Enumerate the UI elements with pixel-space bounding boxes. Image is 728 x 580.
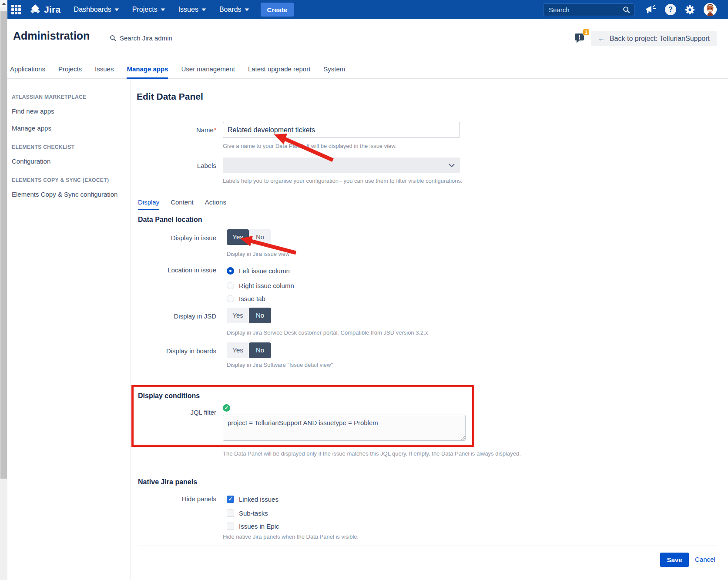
sidebar-item-configuration[interactable]: Configuration bbox=[12, 157, 120, 165]
avatar-face-icon bbox=[704, 3, 717, 16]
radio-option-label: Left issue column bbox=[239, 267, 290, 275]
radio-unselected-icon[interactable] bbox=[227, 282, 234, 289]
admin-tab-bar: ApplicationsProjectsIssuesManage appsUse… bbox=[7, 60, 728, 79]
display-in-jsd-toggle: Yes No bbox=[227, 308, 271, 323]
display-in-issue-no-button[interactable]: No bbox=[249, 229, 271, 245]
jql-helper-text: The Data Panel will be displayed only if… bbox=[223, 450, 521, 457]
radio-option-issue-tab[interactable]: Issue tab bbox=[227, 294, 265, 303]
checkbox-option-issues-in-epic[interactable]: Issues in Epic bbox=[227, 521, 279, 531]
nav-item-label: Projects bbox=[132, 6, 158, 13]
name-helper-text: Give a name to your Data Panel. It will … bbox=[223, 143, 397, 149]
labels-label: Labels bbox=[131, 161, 216, 170]
settings-gear-icon[interactable] bbox=[685, 5, 695, 15]
admin-tab-system[interactable]: System bbox=[323, 60, 345, 79]
page-title: Administration bbox=[13, 30, 90, 42]
checkbox-unchecked-icon[interactable] bbox=[227, 510, 234, 517]
jira-logo-text: Jira bbox=[44, 4, 61, 15]
global-search-input[interactable] bbox=[548, 6, 623, 14]
top-navigation-bar: Jira DashboardsProjectsIssuesBoards Crea… bbox=[7, 0, 728, 19]
nav-item-dashboards[interactable]: Dashboards bbox=[74, 6, 119, 13]
admin-tab-user-management[interactable]: User management bbox=[181, 60, 235, 79]
checkbox-option-label: Linked issues bbox=[239, 496, 278, 503]
scrollbar-thumb[interactable] bbox=[0, 11, 7, 479]
admin-tab-projects[interactable]: Projects bbox=[58, 60, 82, 79]
back-to-project-button[interactable]: ← Back to project: TellurianSupport bbox=[591, 31, 717, 46]
admin-search-label: Search Jira admin bbox=[120, 34, 172, 42]
radio-unselected-icon[interactable] bbox=[227, 295, 234, 302]
help-icon[interactable]: ? bbox=[665, 4, 676, 15]
labels-helper-text: Labels help you to organise your configu… bbox=[223, 178, 463, 184]
nav-item-projects[interactable]: Projects bbox=[132, 6, 165, 13]
display-in-boards-label: Display in boards bbox=[131, 347, 216, 355]
back-arrow-icon: ← bbox=[598, 34, 605, 43]
jql-filter-textarea[interactable]: project = TellurianSupport AND issuetype… bbox=[223, 415, 466, 441]
global-search-box[interactable] bbox=[543, 3, 634, 16]
radio-option-left-issue-column[interactable]: Left issue column bbox=[227, 266, 290, 275]
create-button[interactable]: Create bbox=[261, 3, 294, 17]
sidebar-item-manage-apps[interactable]: Manage apps bbox=[12, 124, 120, 132]
labels-select[interactable] bbox=[223, 158, 460, 173]
nav-item-label: Issues bbox=[178, 6, 198, 13]
hide-panels-label: Hide panels bbox=[131, 495, 216, 503]
location-in-issue-label: Location in issue bbox=[131, 266, 216, 275]
panel-tab-content[interactable]: Content bbox=[171, 198, 194, 210]
admin-tab-issues[interactable]: Issues bbox=[95, 60, 114, 79]
section-heading-native-panels: Native Jira panels bbox=[138, 478, 197, 486]
display-in-issue-helper: Display in Jira issue view bbox=[227, 251, 290, 257]
checkbox-option-label: Issues in Epic bbox=[239, 523, 279, 530]
display-in-jsd-helper: Display in Jira Service Desk customer po… bbox=[227, 329, 428, 336]
search-icon bbox=[623, 6, 630, 13]
chevron-down-icon bbox=[449, 164, 455, 168]
display-in-boards-helper: Display in Jira Software "Issue detail v… bbox=[227, 362, 333, 368]
sidebar-section-heading: ATLASSIAN MARKETPLACE bbox=[12, 94, 120, 100]
cancel-link[interactable]: Cancel bbox=[695, 556, 715, 563]
save-button[interactable]: Save bbox=[660, 553, 689, 567]
up-triangle-icon bbox=[2, 3, 6, 5]
jql-valid-icon: ✓ bbox=[223, 404, 230, 412]
radio-option-label: Right issue column bbox=[239, 282, 294, 289]
name-label: Name* bbox=[131, 126, 216, 134]
admin-tab-latest-upgrade-report[interactable]: Latest upgrade report bbox=[248, 60, 310, 79]
checkbox-option-sub-tasks[interactable]: Sub-tasks bbox=[227, 508, 268, 518]
checkbox-option-linked-issues[interactable]: ✓Linked issues bbox=[227, 494, 278, 504]
footer-divider bbox=[138, 546, 717, 546]
sidebar-section-heading: ELEMENTS CHECKLIST bbox=[12, 144, 120, 150]
chevron-down-icon bbox=[161, 8, 165, 11]
sidebar-section-heading: ELEMENTS COPY & SYNC (EXOCET) bbox=[12, 177, 120, 183]
name-input[interactable] bbox=[223, 122, 460, 138]
display-in-jsd-label: Display in JSD bbox=[131, 312, 216, 321]
back-to-project-label: Back to project: TellurianSupport bbox=[610, 35, 710, 43]
panel-tab-display[interactable]: Display bbox=[138, 198, 159, 210]
nav-item-boards[interactable]: Boards bbox=[219, 6, 249, 13]
jira-mark-icon bbox=[30, 4, 41, 15]
scrollbar-up-arrow[interactable] bbox=[0, 0, 7, 7]
checkbox-unchecked-icon[interactable] bbox=[227, 523, 234, 530]
display-in-boards-yes-button[interactable]: Yes bbox=[227, 342, 249, 358]
nav-item-issues[interactable]: Issues bbox=[178, 6, 206, 13]
display-in-jsd-no-button[interactable]: No bbox=[249, 308, 271, 323]
announcement-megaphone-icon[interactable] bbox=[645, 4, 656, 15]
radio-selected-icon[interactable] bbox=[227, 267, 234, 275]
display-in-boards-no-button[interactable]: No bbox=[249, 342, 271, 358]
admin-tab-applications[interactable]: Applications bbox=[10, 60, 45, 79]
display-in-issue-yes-button[interactable]: Yes bbox=[227, 229, 249, 245]
sidebar-item-find-new-apps[interactable]: Find new apps bbox=[12, 107, 120, 115]
admin-tab-manage-apps[interactable]: Manage apps bbox=[127, 60, 168, 79]
window-scrollbar[interactable] bbox=[0, 0, 7, 580]
display-in-issue-toggle: Yes No bbox=[227, 229, 271, 245]
radio-option-right-issue-column[interactable]: Right issue column bbox=[227, 281, 294, 290]
sidebar: ATLASSIAN MARKETPLACEFind new appsManage… bbox=[7, 79, 131, 580]
search-icon bbox=[110, 35, 116, 41]
notifications-icon[interactable]: 1 bbox=[574, 32, 587, 47]
user-avatar[interactable] bbox=[704, 3, 717, 16]
textarea-resize-handle[interactable] bbox=[461, 436, 465, 440]
section-heading-location: Data Panel location bbox=[138, 216, 202, 224]
jira-logo[interactable]: Jira bbox=[30, 4, 61, 15]
display-in-jsd-yes-button[interactable]: Yes bbox=[227, 308, 249, 323]
checkbox-checked-icon[interactable]: ✓ bbox=[227, 496, 234, 503]
admin-search[interactable]: Search Jira admin bbox=[110, 34, 172, 42]
sidebar-item-elements-copy-sync-configuration[interactable]: Elements Copy & Sync configuration bbox=[12, 190, 120, 198]
panel-tab-actions[interactable]: Actions bbox=[205, 198, 226, 210]
chevron-down-icon bbox=[245, 8, 249, 11]
app-switcher-icon[interactable] bbox=[11, 5, 21, 14]
